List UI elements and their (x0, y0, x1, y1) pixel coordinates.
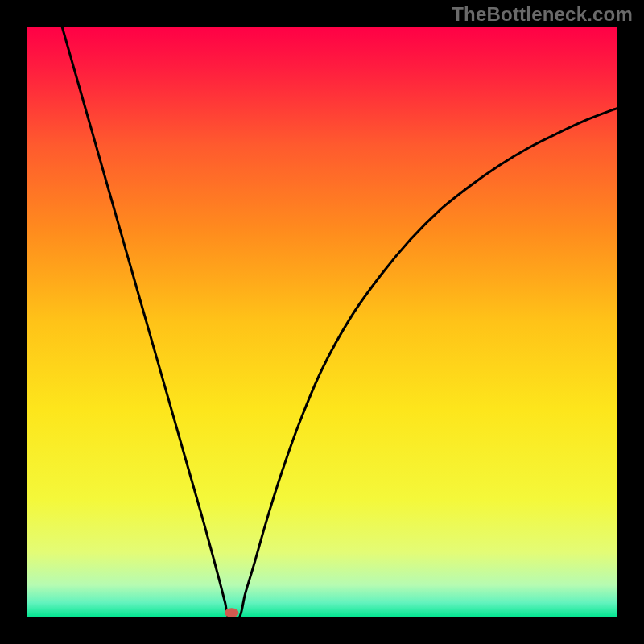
bottleneck-plot (27, 27, 617, 617)
chart-frame: TheBottleneck.com (0, 0, 644, 644)
minimum-marker (225, 608, 239, 617)
plot-background (27, 27, 617, 617)
watermark-text: TheBottleneck.com (452, 3, 633, 26)
